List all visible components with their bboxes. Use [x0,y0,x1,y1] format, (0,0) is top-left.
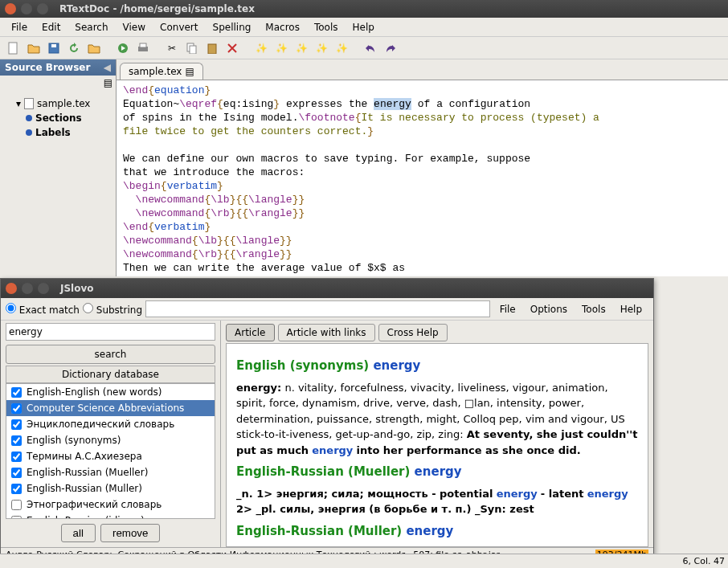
db-checkbox[interactable] [11,500,22,510]
run-icon[interactable] [114,39,132,57]
radio-exact[interactable]: Exact match [6,303,80,316]
cut-icon[interactable]: ✂ [163,39,181,57]
menu-search[interactable]: Search [68,20,114,35]
db-item[interactable]: Computer Science Abbreviations [6,400,215,416]
db-header: Dictionary database [6,366,215,383]
paste-icon[interactable] [203,39,221,57]
source-browser-panel: Source Browser ◀ ▤ ▾sample.tex Sections … [0,59,117,276]
menu-file[interactable]: File [5,20,34,35]
db-label: English (synonyms) [27,435,121,446]
remove-button[interactable]: remove [100,524,160,542]
db-label: Энциклопедический словарь [27,419,174,430]
radio-substring[interactable]: Substring [83,303,142,316]
minimize-icon[interactable] [21,3,32,14]
db-checkbox[interactable] [11,468,22,478]
db-label: English-Russian (Muller) [27,483,142,494]
tree-labels[interactable]: Labels [3,125,112,140]
tree-sections[interactable]: Sections [3,111,112,125]
wand5-icon[interactable]: ✨ [333,39,350,57]
panel-close-icon[interactable]: ◀ [104,62,111,73]
source-browser-title: Source Browser [5,62,90,73]
delete-icon[interactable] [223,39,241,57]
file-icon [24,98,34,109]
db-item[interactable]: English-Russian (idioms) [6,513,215,519]
wand1-icon[interactable]: ✨ [252,39,270,57]
db-label: English-English (new words) [27,386,162,398]
tree-root[interactable]: ▾sample.tex [3,96,112,111]
cursor-position: 6, Col. 47 [683,556,725,566]
toolbar: ✂ ✨ ✨ ✨ ✨ ✨ [0,37,728,59]
folder-icon[interactable] [85,39,103,57]
maximize-icon[interactable] [38,283,49,294]
svg-rect-7 [190,46,196,54]
article-pane[interactable]: English (synonyms) energy energy: n. vit… [226,343,648,547]
menu-macros[interactable]: Macros [259,20,306,35]
jslovo-title: JSlovo [60,283,94,294]
maximize-icon[interactable] [37,3,48,14]
tab-article-links[interactable]: Article with links [278,324,375,341]
db-label: English-Russian (Mueller) [27,467,148,478]
undo-icon[interactable] [362,39,379,57]
redo-icon[interactable] [382,39,399,57]
bullet-icon [26,115,32,121]
all-button[interactable]: all [61,524,96,542]
db-checkbox[interactable] [11,387,22,398]
filter-input[interactable] [145,300,490,317]
menu-help[interactable]: Help [346,20,381,35]
db-label: Computer Science Abbreviations [27,403,184,414]
copy-icon[interactable] [183,39,201,57]
open-icon[interactable] [25,39,43,57]
db-item[interactable]: English-Russian (Mueller) [6,464,215,480]
svg-rect-2 [51,44,56,47]
db-item[interactable]: English (synonyms) [6,432,215,448]
menu-edit[interactable]: Edit [35,20,67,35]
svg-rect-8 [208,44,216,54]
db-item[interactable]: Термины А.С.Ахиезера [6,448,215,464]
window-title: RTextDoc - /home/sergei/sample.tex [59,3,255,14]
db-checkbox[interactable] [11,435,22,446]
db-item[interactable]: Этнографический словарь [6,496,215,513]
bullet-icon [26,129,32,136]
save-icon[interactable] [45,39,63,57]
search-button[interactable]: search [6,345,215,364]
wand2-icon[interactable]: ✨ [272,39,290,57]
db-label: Этнографический словарь [27,499,162,510]
jslovo-menu-tools[interactable]: Tools [575,302,612,317]
jslovo-menu-file[interactable]: File [493,302,522,317]
source-browser-header: Source Browser ◀ [0,59,116,76]
main-titlebar: RTextDoc - /home/sergei/sample.tex [0,0,728,18]
tab-article[interactable]: Article [226,324,275,341]
query-input[interactable]: energy [6,323,215,341]
jslovo-titlebar: JSlovo [1,279,653,298]
jslovo-window: JSlovo Exact match Substring File Option… [0,278,654,564]
editor-tab[interactable]: sample.tex ▤ [120,63,203,80]
minimize-icon[interactable] [22,283,33,294]
menu-spelling[interactable]: Spelling [207,20,258,35]
db-item[interactable]: English-English (new words) [6,384,215,400]
db-checkbox[interactable] [11,484,22,494]
article-body-2: _n. 1> энергия; сила; мощность - potenti… [236,486,638,517]
tab-file-icon: ▤ [185,66,194,77]
db-item[interactable]: Энциклопедический словарь [6,416,215,432]
db-checkbox[interactable] [11,403,22,414]
db-checkbox[interactable] [11,419,22,430]
tab-cross-help[interactable]: Cross Help [378,324,448,341]
jslovo-menu-help[interactable]: Help [614,302,648,317]
wand4-icon[interactable]: ✨ [313,39,330,57]
svg-rect-0 [9,43,17,54]
db-checkbox[interactable] [11,452,22,462]
new-icon[interactable] [5,39,22,57]
editor-area[interactable]: \end{equation} Equation~\eqref{eq:ising}… [117,80,728,276]
print-icon[interactable] [134,39,152,57]
close-icon[interactable] [6,283,17,294]
menu-tools[interactable]: Tools [308,20,345,35]
wand3-icon[interactable]: ✨ [292,39,310,57]
menu-convert[interactable]: Convert [153,20,204,35]
close-icon[interactable] [5,3,16,14]
db-item[interactable]: English-Russian (Muller) [6,480,215,496]
reload-icon[interactable] [65,39,83,57]
db-list: English-English (new words)Computer Scie… [6,383,215,519]
jslovo-menu-options[interactable]: Options [524,302,574,317]
menu-view[interactable]: View [117,20,152,35]
panel-menu-icon[interactable]: ▤ [104,77,112,88]
